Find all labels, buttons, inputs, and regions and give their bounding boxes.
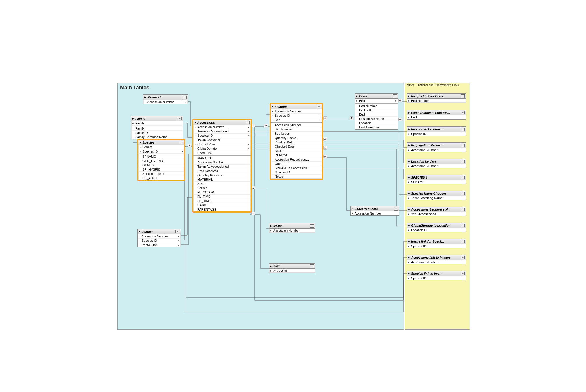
field-row[interactable]: SP_HYBRID — [138, 167, 184, 172]
field-row[interactable]: ▸Accession Number — [407, 164, 466, 168]
table-header[interactable]: ▸ Species – — [138, 140, 184, 145]
field-row[interactable]: Species ID▸ — [138, 239, 181, 243]
field-row[interactable]: MARKED — [193, 156, 251, 160]
field-row[interactable]: Family — [131, 126, 183, 131]
field-row[interactable]: ▸Current Year▸ — [193, 142, 251, 146]
field-row[interactable]: FamilyID — [131, 131, 183, 135]
table-name[interactable]: ▸ Name – ▸Accession Number — [269, 223, 315, 233]
field-row[interactable]: SIZE — [193, 182, 251, 186]
field-row[interactable]: HABIT — [193, 203, 251, 207]
table-header[interactable]: ▸SPECIES 1– — [407, 175, 466, 180]
field-row[interactable]: ▸Species ID▸ — [271, 114, 322, 118]
field-row[interactable]: Accession Number▸ — [138, 234, 181, 239]
field-row[interactable]: ▸Accession Number — [407, 260, 466, 264]
table-header[interactable]: ▸location to location …– — [407, 127, 466, 132]
field-row[interactable]: Source — [193, 186, 251, 190]
table-species[interactable]: ▸ Species – ▸Family ▸Species ID▸ SPNAME … — [137, 139, 185, 181]
field-row[interactable]: ▸Taxon Container — [193, 138, 251, 142]
table-location-to-location[interactable]: ▸location to location …– ▸Species ID — [407, 126, 466, 136]
field-row[interactable]: ▸Taxon Matching Name — [407, 196, 466, 200]
expand-icon[interactable]: ▸ — [195, 120, 196, 124]
field-row[interactable]: ▸ACCNUM — [269, 269, 315, 273]
table-wni[interactable]: ▸ WNI – ▸ACCNUM — [269, 263, 315, 273]
table-species-link-to-images[interactable]: ▸Species link to Ima…– ▸Species ID — [407, 271, 466, 280]
field-row[interactable]: ▸Family — [138, 145, 184, 149]
collapse-icon[interactable]: – — [183, 96, 187, 99]
field-row[interactable]: Accession Record cou… — [271, 157, 322, 162]
field-row[interactable]: ▸Location ID — [407, 228, 466, 232]
field-row[interactable]: GEN_HYBRID — [138, 159, 184, 163]
table-label-requests[interactable]: ▸ Label Requests – ▸Accession Number — [350, 206, 399, 216]
collapse-icon[interactable]: – — [393, 94, 397, 98]
expand-icon[interactable]: ▸ — [352, 207, 353, 211]
collapse-icon[interactable]: – — [179, 141, 183, 144]
expand-icon[interactable]: ▸ — [356, 94, 358, 98]
field-row[interactable]: ▸Accession Number — [271, 109, 322, 114]
table-header[interactable]: ▸Species link to Ima…– — [407, 271, 466, 276]
table-images[interactable]: ▸ Images – Accession Number▸ Species ID▸… — [137, 229, 181, 247]
table-header[interactable]: ▸Label Requests Link for…– — [407, 110, 466, 115]
table-header[interactable]: ▸ Images – — [138, 229, 181, 234]
table-header[interactable]: ▸Accessions Sequence N…– — [407, 207, 466, 212]
field-row[interactable]: FL_TIME — [193, 195, 251, 199]
table-research[interactable]: ▸ Research – Accession Number▸ — [143, 94, 188, 104]
field-row[interactable]: ▸Bed▸ — [355, 99, 398, 103]
field-row[interactable]: Notes — [271, 175, 322, 179]
field-row[interactable]: ▸Species ID — [407, 132, 466, 136]
field-row[interactable]: ▸Year Accessioned — [407, 212, 466, 216]
field-row[interactable]: Checked Date — [271, 144, 322, 149]
field-row[interactable]: SP_AUTH — [138, 176, 184, 180]
table-header[interactable]: ▸Location by date– — [407, 159, 466, 164]
table-label-requests-link-for[interactable]: ▸Label Requests Link for…– ▸Bed — [407, 110, 466, 120]
table-header[interactable]: ▸Image link for Speci…– — [407, 239, 466, 244]
field-row[interactable]: ▸Accession Number▸ — [193, 125, 251, 129]
field-row[interactable]: Accession Number — [193, 160, 251, 165]
field-row[interactable]: Quantity Plants — [271, 136, 322, 140]
field-row[interactable]: PARENTAGE — [193, 207, 251, 211]
field-row[interactable]: ▸Accession Number — [351, 211, 399, 215]
field-row[interactable]: Last Inventory — [355, 125, 398, 129]
field-row[interactable]: ▸GlobalDonate▸ — [193, 146, 251, 151]
field-row[interactable]: REMOVE — [271, 153, 322, 157]
table-propagation-records[interactable]: ▸Propagation Records– ▸Accession Number — [407, 142, 466, 152]
table-location-by-date[interactable]: ▸Location by date– ▸Accession Number — [407, 159, 466, 168]
field-row[interactable]: MATERIAL — [193, 177, 251, 182]
collapse-icon[interactable]: – — [394, 207, 398, 211]
table-header[interactable]: ▸ location – — [271, 104, 322, 109]
collapse-icon[interactable]: – — [178, 117, 182, 120]
field-row[interactable]: ▸Species ID — [407, 244, 466, 248]
field-row[interactable]: GENUS — [138, 163, 184, 167]
collapse-icon[interactable]: – — [310, 224, 314, 228]
table-header[interactable]: ▸ Name – — [269, 223, 315, 229]
field-row[interactable]: FR_TIME — [193, 199, 251, 203]
field-row[interactable]: ▸Bed▸ — [271, 118, 322, 122]
field-row[interactable]: Quantity Recieved — [193, 173, 251, 177]
field-row[interactable]: Descriptive Name — [355, 117, 398, 121]
expand-icon[interactable]: ▸ — [272, 105, 274, 108]
table-header[interactable]: ▸ WNI – — [269, 264, 315, 269]
expand-icon[interactable]: ▸ — [140, 140, 141, 144]
field-row[interactable]: ▸Bed Number — [407, 99, 466, 103]
field-row[interactable]: Date Received — [193, 169, 251, 173]
collapse-icon[interactable]: – — [310, 264, 314, 268]
collapse-icon[interactable]: – — [317, 105, 321, 108]
table-header[interactable]: ▸Propagation Records– — [407, 143, 466, 148]
field-row[interactable]: ▸Accession Number — [407, 148, 466, 152]
field-row[interactable]: ▸Photo Link — [193, 151, 251, 155]
expand-icon[interactable]: ▸ — [270, 264, 272, 268]
field-row[interactable]: Bed Letter — [271, 132, 322, 136]
table-header[interactable]: ▸Species Name Chooser– — [407, 191, 466, 196]
field-row[interactable]: Location — [355, 121, 398, 125]
table-image-link-for-species[interactable]: ▸Image link for Speci…– ▸Species ID — [407, 239, 466, 248]
collapse-icon[interactable]: – — [246, 121, 250, 124]
field-row[interactable]: Accession Number▸ — [143, 100, 188, 104]
table-accessions-sequence[interactable]: ▸Accessions Sequence N…– ▸Year Accession… — [407, 207, 466, 216]
field-row[interactable]: SPNAME — [138, 155, 184, 159]
field-row[interactable]: One — [271, 162, 322, 166]
field-row[interactable]: ▸Species ID — [407, 276, 466, 280]
table-header[interactable]: ▸ Beds – — [355, 94, 398, 99]
table-accessions[interactable]: ▸ Accessions – ▸Accession Number▸ Taxon … — [192, 119, 252, 213]
field-row[interactable]: Taxon as Accessioned▸ — [193, 129, 251, 134]
field-row[interactable]: Bed Number — [355, 104, 398, 108]
expand-icon[interactable]: ▸ — [132, 117, 134, 120]
